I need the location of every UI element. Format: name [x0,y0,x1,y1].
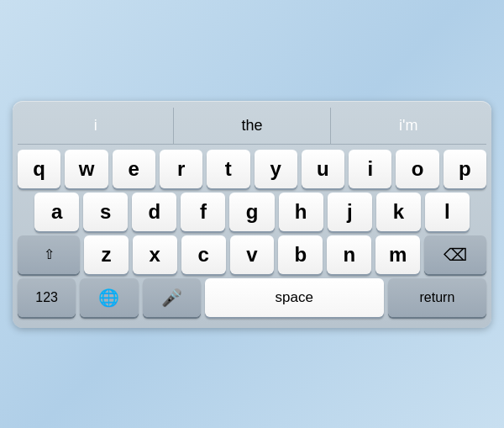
delete-key[interactable]: ⌫ [424,235,486,274]
key-r[interactable]: r [160,150,202,188]
key-e[interactable]: e [113,150,155,188]
key-c[interactable]: c [181,235,226,274]
key-d[interactable]: d [132,193,176,231]
key-h[interactable]: h [279,193,323,231]
key-w[interactable]: w [65,150,108,188]
key-row-3: ⇧ z x c v b n m ⌫ [18,235,486,274]
globe-key[interactable]: 🌐 [80,278,138,317]
shift-icon: ⇧ [44,246,55,262]
suggestion-the[interactable]: the [174,108,330,144]
key-m[interactable]: m [375,235,420,274]
key-row-1: q w e r t y u i o p [18,150,486,188]
numbers-key[interactable]: 123 [18,278,76,317]
suggestion-im[interactable]: i'm [331,108,486,144]
space-key[interactable]: space [205,278,384,317]
key-v[interactable]: v [230,235,275,274]
key-x[interactable]: x [133,235,177,274]
suggestion-bar: i the i'm [18,108,486,145]
key-q[interactable]: q [18,150,60,188]
key-row-bottom: 123 🌐 🎤 space return [18,278,486,317]
key-t[interactable]: t [207,150,249,188]
key-z[interactable]: z [84,235,129,274]
globe-icon: 🌐 [98,288,119,308]
key-p[interactable]: p [444,150,486,188]
suggestion-i[interactable]: i [18,108,174,144]
key-u[interactable]: u [302,150,344,188]
key-b[interactable]: b [278,235,323,274]
key-l[interactable]: l [425,193,470,231]
shift-key[interactable]: ⇧ [18,235,80,274]
key-k[interactable]: k [376,193,421,231]
key-o[interactable]: o [396,150,438,188]
key-a[interactable]: a [34,193,79,231]
key-s[interactable]: s [83,193,128,231]
return-key[interactable]: return [388,278,486,317]
delete-icon: ⌫ [444,245,467,265]
keyboard: i the i'm q w e r t y u i o p a s d f g … [13,101,491,328]
key-j[interactable]: j [328,193,372,231]
key-f[interactable]: f [181,193,225,231]
mic-key[interactable]: 🎤 [143,278,201,317]
mic-icon: 🎤 [161,288,182,308]
key-y[interactable]: y [255,150,297,188]
key-row-2: a s d f g h j k l [18,193,486,231]
key-i[interactable]: i [349,150,391,188]
key-n[interactable]: n [327,235,371,274]
key-g[interactable]: g [229,193,274,231]
